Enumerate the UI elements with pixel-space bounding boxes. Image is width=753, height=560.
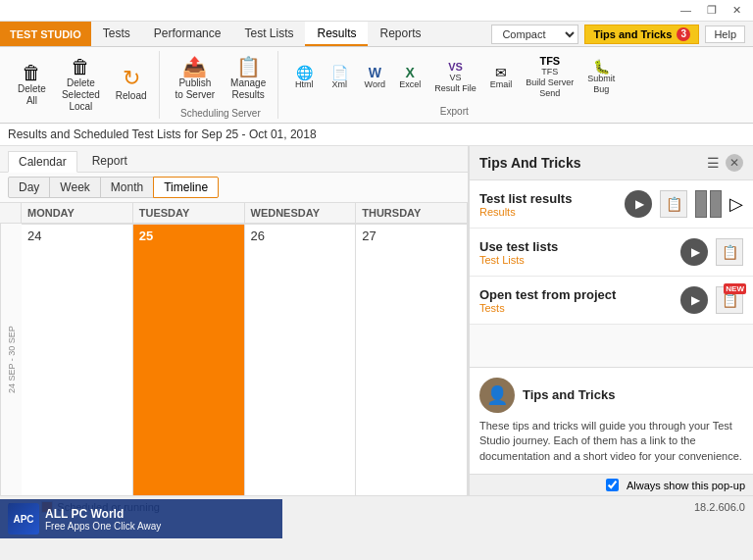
col-wednesday: WEDNESDAY — [245, 203, 357, 223]
ribbon-group-scheduling: 📤 Publishto Server 📋 ManageResults Sched… — [164, 51, 279, 119]
cell-tuesday: 25 — [133, 225, 245, 495]
month-view-tab[interactable]: Month — [100, 177, 154, 198]
col-monday: MONDAY — [22, 203, 133, 223]
tip-2-text: Use test lists Test Lists — [479, 239, 673, 266]
doc-icon: 📋 — [722, 292, 738, 308]
email-icon: ✉ — [495, 66, 507, 79]
ribbon-group-export: 🌐 Html 📄 Xml W Word X Excel VS VSResult … — [282, 51, 626, 119]
delete-selected-button[interactable]: 🗑 DeleteSelectedLocal — [56, 53, 106, 117]
tip-3-play-button[interactable]: ▶ — [680, 286, 708, 314]
tip-1-expand-icon[interactable]: ▷ — [729, 193, 743, 215]
tips-bottom-header: 👤 Tips and Tricks — [479, 378, 743, 413]
minimize-button[interactable]: — — [677, 4, 695, 17]
tips-bottom: 👤 Tips and Tricks These tips and tricks … — [470, 367, 753, 474]
tips-panel-header: Tips And Tricks ☰ ✕ — [470, 146, 753, 180]
tfs-button[interactable]: TFS TFSBuild ServerSend — [521, 53, 578, 101]
xml-icon: 📄 — [331, 66, 348, 79]
view-tabs: Day Week Month Timeline — [0, 173, 468, 203]
tip-1-play-button[interactable]: ▶ — [625, 190, 652, 218]
tips-panel-controls: ☰ ✕ — [707, 154, 743, 172]
email-button[interactable]: ✉ Email — [485, 63, 518, 93]
tip-item: Test list results Results ▶ 📋 ▷ — [470, 180, 753, 229]
export-label: Export — [440, 106, 469, 119]
tip-2-doc-button[interactable]: 📋 — [716, 238, 743, 266]
word-icon: W — [369, 66, 381, 79]
calendar-row: 24 25 26 27 — [22, 224, 468, 495]
reload-button[interactable]: ↻ Reload — [110, 58, 153, 113]
week-view-tab[interactable]: Week — [49, 177, 100, 198]
info-bar-text: Results and Scheduled Test Lists for Sep… — [8, 127, 317, 141]
tips-close-button[interactable]: ✕ — [726, 154, 743, 172]
xml-button[interactable]: 📄 Xml — [324, 63, 355, 93]
tab-performance[interactable]: Performance — [142, 22, 233, 46]
manage-results-button[interactable]: 📋 ManageResults — [225, 51, 272, 106]
tips-tricks-button[interactable]: Tips and Tricks 3 — [584, 25, 699, 44]
ribbon-tabs: TEST STUDIO Tests Performance Test Lists… — [0, 22, 753, 47]
main-area: Calendar Report Day Week Month Timeline … — [0, 146, 753, 495]
scheduling-server-label: Scheduling Server — [180, 108, 261, 121]
submit-bug-button[interactable]: 🐛 SubmitBug — [582, 57, 620, 98]
tab-tests[interactable]: Tests — [91, 22, 142, 46]
day-view-tab[interactable]: Day — [8, 177, 50, 198]
delete-selected-icon: 🗑 — [71, 57, 90, 76]
tip-1-link[interactable]: Results — [479, 206, 617, 218]
pause-button-1[interactable] — [695, 190, 707, 218]
tip-1-doc-button[interactable]: 📋 — [660, 190, 687, 218]
help-button[interactable]: Help — [705, 25, 745, 43]
close-button[interactable]: ✕ — [728, 4, 745, 17]
cal-tabs: Calendar Report — [0, 146, 468, 173]
reload-icon: ↻ — [123, 68, 140, 89]
delete-all-button[interactable]: 🗑 DeleteAll — [12, 58, 52, 113]
day-num-thursday: 27 — [362, 229, 376, 243]
word-button[interactable]: W Word — [359, 63, 390, 93]
play-icon: ▶ — [635, 197, 644, 211]
tips-avatar: 👤 — [479, 378, 515, 413]
filter-icon[interactable]: ☰ — [707, 155, 720, 171]
report-tab[interactable]: Report — [81, 150, 138, 172]
tfs-icon: TFS — [539, 56, 560, 67]
tips-footer: Always show this pop-up — [470, 474, 753, 495]
excel-button[interactable]: X Excel — [394, 63, 426, 93]
app-logo[interactable]: TEST STUDIO — [0, 22, 91, 46]
title-bar-controls: — ❐ ✕ — [677, 4, 745, 17]
restore-button[interactable]: ❐ — [703, 4, 721, 17]
tab-reports[interactable]: Reports — [368, 22, 432, 46]
pause-button-2[interactable] — [710, 190, 722, 218]
calendar-tab[interactable]: Calendar — [8, 151, 77, 173]
watermark-bar: APC ALL PC World Free Apps One Click Awa… — [0, 499, 282, 538]
cell-wednesday: 26 — [245, 225, 357, 495]
tip-3-link[interactable]: Tests — [479, 302, 673, 314]
html-button[interactable]: 🌐 Html — [288, 63, 320, 93]
tip-2-title: Use test lists — [479, 239, 673, 254]
watermark-logo: APC — [8, 503, 39, 535]
calendar-header-row: MONDAY TUESDAY WEDNESDAY THURSDAY — [0, 203, 468, 224]
tip-1-pause-controls — [695, 190, 722, 218]
tip-2-link[interactable]: Test Lists — [479, 254, 673, 266]
excel-icon: X — [406, 66, 415, 79]
always-show-checkbox[interactable] — [606, 479, 619, 491]
compact-dropdown[interactable]: Compact — [491, 25, 578, 44]
watermark-subtitle: Free Apps One Click Away — [45, 521, 161, 532]
title-bar: — ❐ ✕ — [0, 0, 753, 22]
tab-test-lists[interactable]: Test Lists — [232, 22, 305, 46]
tip-item: Use test lists Test Lists ▶ 📋 — [470, 229, 753, 277]
vs-result-button[interactable]: VS VSResult File — [429, 59, 481, 97]
tip-3-title: Open test from project — [479, 287, 673, 302]
tip-1-text: Test list results Results — [479, 191, 617, 218]
week-label-header — [0, 203, 22, 223]
tips-panel: Tips And Tricks ☰ ✕ Test list results Re… — [469, 146, 753, 495]
timeline-view-tab[interactable]: Timeline — [153, 177, 219, 198]
ribbon-group-delete: 🗑 DeleteAll 🗑 DeleteSelectedLocal ↻ Relo… — [6, 51, 160, 119]
week-label: 24 SEP - 30 SEP — [0, 224, 22, 495]
tip-3-doc-button[interactable]: 📋 NEW — [716, 286, 743, 314]
doc-icon: 📋 — [722, 244, 738, 260]
vs-icon: VS — [448, 62, 463, 73]
tab-results[interactable]: Results — [305, 22, 368, 46]
delete-all-icon: 🗑 — [22, 63, 41, 82]
tip-2-play-button[interactable]: ▶ — [680, 238, 708, 266]
new-badge: NEW — [724, 283, 746, 294]
cell-thursday: 27 — [356, 225, 468, 495]
tips-bottom-text: These tips and tricks will guide you thr… — [479, 419, 743, 464]
tips-list: Test list results Results ▶ 📋 ▷ Use — [470, 180, 753, 367]
publish-to-server-button[interactable]: 📤 Publishto Server — [170, 51, 222, 106]
